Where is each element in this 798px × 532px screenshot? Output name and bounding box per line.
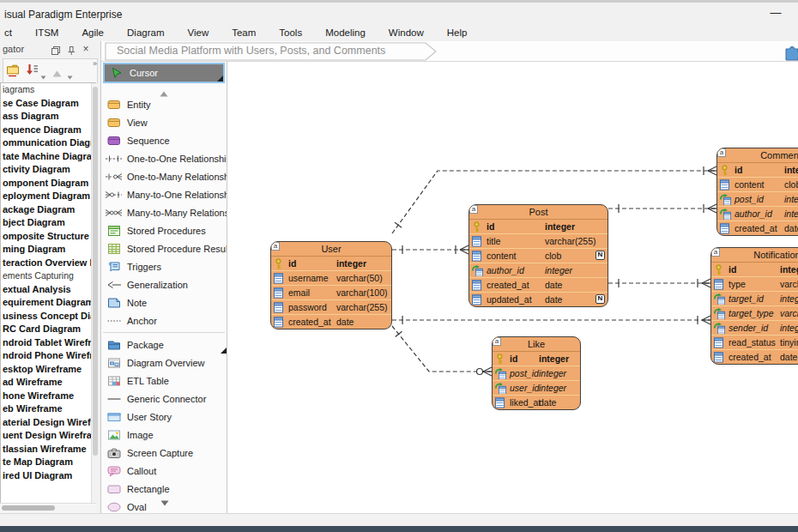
- nav-item-uent-design-wireframe[interactable]: uent Design Wireframe: [1, 429, 95, 443]
- vscroll-thumb[interactable]: [93, 87, 98, 456]
- nav-item-equirement-diagram[interactable]: equirement Diagram: [1, 296, 95, 310]
- column-name: author_id: [735, 207, 772, 221]
- palette-item-stored-procedures[interactable]: Stored Procedures: [101, 221, 227, 239]
- palette-scroll-down[interactable]: [101, 494, 227, 510]
- minimize-button[interactable]: —: [769, 8, 783, 20]
- entity-title: User: [321, 244, 341, 254]
- nav-item-hone-wireframe[interactable]: hone Wireframe: [1, 390, 95, 403]
- palette-item-sequence[interactable]: Sequence: [101, 131, 227, 149]
- nav-item-ndroid-phone-wireframe[interactable]: ndroid Phone Wireframe: [1, 349, 95, 363]
- collapse-up-icon[interactable]: [51, 66, 63, 82]
- menu-item-help[interactable]: Help: [447, 27, 468, 38]
- palette-item-many-to-one-relationship[interactable]: Many-to-One Relationship: [101, 185, 227, 203]
- palette-item-user-story[interactable]: User Story: [101, 408, 227, 426]
- nav-item-extual-analysis[interactable]: extual Analysis: [1, 283, 95, 297]
- nav-item-ackage-diagram[interactable]: ackage Diagram: [1, 203, 95, 217]
- nav-item-ndroid-tablet-wireframe[interactable]: ndroid Tablet Wireframe: [1, 336, 95, 350]
- caret-down-icon[interactable]: [67, 68, 73, 83]
- palette-item-generic-connector[interactable]: Generic Connector: [101, 390, 227, 408]
- nav-item-ming-diagram[interactable]: ming Diagram: [1, 243, 95, 257]
- palette-item-triggers[interactable]: Triggers: [101, 257, 227, 275]
- entity-post[interactable]: aPostidintegertitlevarchar(255)contentcl…: [469, 204, 608, 307]
- relationship-user-notification[interactable]: [392, 316, 710, 324]
- triggers-icon: [106, 261, 122, 273]
- palette-scroll-up[interactable]: [101, 83, 227, 95]
- palette-item-package[interactable]: Package: [101, 336, 227, 354]
- palette-item-generalization[interactable]: Generalization: [101, 275, 227, 293]
- palette-item-stored-procedure-resultset[interactable]: Stored Procedure ResultSet: [101, 239, 227, 257]
- navigator-vscrollbar[interactable]: [91, 83, 100, 532]
- nav-item-teraction-overview-diagram[interactable]: teraction Overview Diagram: [1, 257, 95, 270]
- nav-item-ctivity-diagram[interactable]: ctivity Diagram: [1, 163, 95, 177]
- nav-item-iagrams[interactable]: iagrams: [1, 83, 95, 97]
- palette-item-image[interactable]: Image: [101, 426, 227, 444]
- rectangle-icon: [106, 483, 122, 495]
- palette-item-entity[interactable]: Entity: [101, 95, 227, 113]
- sort-icon[interactable]: [26, 63, 39, 81]
- palette-item-etl-table[interactable]: ETL Table: [101, 372, 227, 390]
- palette-item-callout[interactable]: Callout: [101, 462, 227, 480]
- nav-item-aterial-design-wireframe[interactable]: aterial Design Wireframe: [1, 416, 95, 430]
- open-folder-icon[interactable]: [6, 63, 23, 82]
- relationship-post-notification[interactable]: [608, 279, 710, 287]
- entity-user[interactable]: aUseridintegerusernamevarchar(50)emailva…: [270, 241, 392, 329]
- nav-item-bject-diagram[interactable]: bject Diagram: [1, 216, 95, 230]
- sequence-icon: [106, 135, 122, 147]
- menu-item-diagram[interactable]: Diagram: [127, 27, 164, 38]
- menu-item-ct[interactable]: ct: [4, 27, 12, 38]
- nav-item-equence-diagram[interactable]: equence Diagram: [1, 124, 95, 137]
- column-name: user_id: [510, 381, 539, 395]
- diagram-canvas[interactable]: aUseridintegerusernamevarchar(50)emailva…: [227, 62, 798, 513]
- column-name: target_type: [728, 306, 774, 320]
- menu-item-modeling[interactable]: Modeling: [325, 27, 366, 38]
- entity-comment[interactable]: aCommentidintegercontentclobpost_idinteg…: [716, 148, 798, 236]
- menu-item-tools[interactable]: Tools: [279, 27, 302, 38]
- nav-item-ired-ui-diagram[interactable]: ired UI Diagram: [1, 469, 95, 483]
- nav-item-rc-card-diagram[interactable]: RC Card Diagram: [1, 323, 95, 336]
- palette-item-screen-capture[interactable]: Screen Capture: [101, 444, 227, 462]
- nav-item-omponent-diagram[interactable]: omponent Diagram: [1, 177, 95, 190]
- relationship-user-like[interactable]: [392, 326, 492, 376]
- nav-item-ommunication-diagram[interactable]: ommunication Diagram: [1, 136, 95, 150]
- entity-notification[interactable]: aNotificationidintegertypevarchartarget_…: [710, 247, 798, 365]
- nav-item-se-case-diagram[interactable]: se Case Diagram: [1, 97, 95, 111]
- hscroll-thumb[interactable]: [2, 505, 55, 511]
- column-name: id: [735, 163, 742, 177]
- palette-item-one-to-many-relationship[interactable]: One-to-Many Relationship: [101, 167, 227, 185]
- nav-item-te-map-diagram[interactable]: te Map Diagram: [1, 456, 95, 469]
- breadcrumb[interactable]: Social Media Platform with Users, Posts,…: [108, 43, 394, 59]
- entity-like[interactable]: aLikeidintegerpost_idintegeruser_idinteg…: [492, 336, 581, 410]
- nav-item-eb-wireframe[interactable]: eb Wireframe: [1, 402, 95, 416]
- nav-item-tlassian-wireframe[interactable]: tlassian Wireframe: [1, 443, 95, 456]
- nav-item-esktop-wireframe[interactable]: esktop Wireframe: [1, 363, 95, 377]
- toolbar-overflow-icon[interactable]: »: [93, 59, 96, 68]
- palette-item-cursor[interactable]: Cursor: [103, 63, 225, 83]
- menu-item-itsm[interactable]: ITSM: [35, 27, 58, 38]
- palette-item-many-to-many-relationship[interactable]: Many-to-Many Relationship: [101, 203, 227, 221]
- nav-item-tate-machine-diagram[interactable]: tate Machine Diagram: [1, 150, 95, 164]
- menu-item-window[interactable]: Window: [389, 27, 424, 38]
- navigator-hscrollbar[interactable]: [0, 503, 96, 513]
- nav-item-usiness-concept-diagram[interactable]: usiness Concept Diagram: [1, 310, 95, 323]
- palette-item-diagram-overview[interactable]: Diagram Overview: [101, 354, 227, 372]
- menu-item-view[interactable]: View: [187, 27, 209, 38]
- palette-item-label: Rectangle: [127, 484, 170, 494]
- nav-item-ass-diagram[interactable]: ass Diagram: [1, 110, 95, 124]
- close-icon[interactable]: ×: [80, 44, 92, 55]
- palette-item-note[interactable]: Note: [101, 293, 227, 311]
- pin-icon[interactable]: [65, 44, 77, 55]
- palette-item-one-to-one-relationship[interactable]: One-to-One Relationship: [101, 149, 227, 167]
- palette-item-anchor[interactable]: Anchor: [101, 311, 227, 329]
- palette-item-label: Generalization: [127, 280, 188, 290]
- palette-item-view[interactable]: View: [101, 113, 227, 131]
- float-window-icon[interactable]: [50, 44, 62, 55]
- nav-item-ements-capturing[interactable]: ements Capturing: [1, 269, 95, 283]
- nav-item-ad-wireframe[interactable]: ad Wireframe: [1, 376, 95, 390]
- nav-item-omposite-structure-diagram[interactable]: omposite Structure Diagram: [1, 230, 95, 244]
- menu-item-team[interactable]: Team: [232, 27, 256, 38]
- caret-down-icon[interactable]: [40, 68, 46, 83]
- relationship-post-comment[interactable]: [608, 204, 716, 213]
- nav-item-eployment-diagram[interactable]: eployment Diagram: [1, 190, 95, 203]
- relationship-user-post[interactable]: [392, 245, 469, 254]
- menu-item-agile[interactable]: Agile: [82, 27, 104, 38]
